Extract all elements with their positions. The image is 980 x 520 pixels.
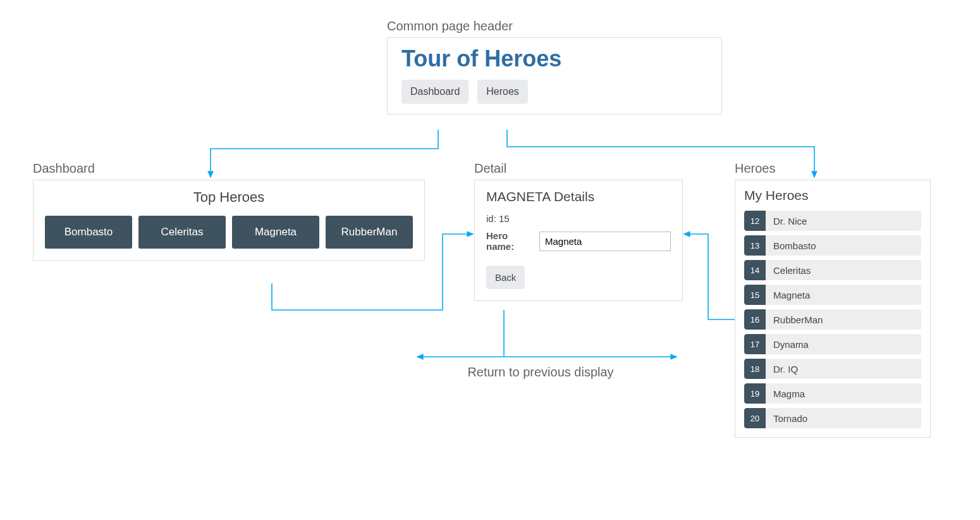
detail-id-label: id:	[486, 213, 496, 224]
nav-dashboard-button[interactable]: Dashboard	[401, 80, 469, 104]
app-title: Tour of Heroes	[401, 46, 710, 72]
hero-name: Dr. Nice	[766, 211, 921, 231]
header-section-label: Common page header	[387, 19, 722, 34]
hero-id-badge: 20	[744, 408, 766, 428]
nav-row: Dashboard Heroes	[401, 80, 710, 104]
hero-tile[interactable]: Magneta	[232, 216, 319, 249]
detail-name-label: Hero name:	[486, 230, 534, 252]
hero-id-badge: 19	[744, 383, 766, 404]
hero-name: Magneta	[766, 285, 921, 305]
hero-list-item[interactable]: 12Dr. Nice	[744, 211, 921, 231]
dashboard-section-label: Dashboard	[33, 161, 425, 176]
return-caption: Return to previous display	[420, 365, 661, 380]
hero-id-badge: 18	[744, 359, 766, 379]
dashboard-panel: Top Heroes Bombasto Celeritas Magneta Ru…	[33, 180, 425, 261]
detail-name-row: Hero name:	[486, 230, 671, 252]
dashboard-title: Top Heroes	[45, 189, 413, 206]
hero-tile[interactable]: RubberMan	[326, 216, 413, 249]
hero-list-item[interactable]: 20Tornado	[744, 408, 921, 428]
hero-list-item[interactable]: 18Dr. IQ	[744, 359, 921, 379]
hero-list-item[interactable]: 14Celeritas	[744, 260, 921, 280]
hero-list-item[interactable]: 15Magneta	[744, 285, 921, 305]
back-button[interactable]: Back	[486, 266, 525, 289]
hero-name: Magma	[766, 383, 921, 404]
hero-id-badge: 16	[744, 309, 766, 330]
hero-id-badge: 12	[744, 211, 766, 231]
detail-panel: MAGNETA Details id: 15 Hero name: Back	[474, 180, 683, 301]
detail-title: MAGNETA Details	[486, 189, 671, 204]
hero-tiles-row: Bombasto Celeritas Magneta RubberMan	[45, 216, 413, 249]
hero-name-input[interactable]	[539, 232, 671, 251]
header-panel: Tour of Heroes Dashboard Heroes	[387, 37, 722, 115]
detail-section-label: Detail	[474, 161, 683, 176]
hero-id-badge: 15	[744, 285, 766, 305]
heroes-section-label: Heroes	[735, 161, 931, 176]
detail-id-value: 15	[499, 213, 510, 224]
heroes-panel: My Heroes 12Dr. Nice13Bombasto14Celerita…	[735, 180, 931, 438]
detail-id-line: id: 15	[486, 213, 671, 224]
heroes-title: My Heroes	[744, 188, 921, 203]
hero-list-item[interactable]: 19Magma	[744, 383, 921, 404]
nav-heroes-button[interactable]: Heroes	[477, 80, 528, 104]
hero-tile[interactable]: Bombasto	[45, 216, 132, 249]
hero-tile[interactable]: Celeritas	[138, 216, 226, 249]
hero-id-badge: 14	[744, 260, 766, 280]
hero-name: Dynama	[766, 334, 921, 354]
hero-id-badge: 17	[744, 334, 766, 354]
hero-name: RubberMan	[766, 309, 921, 330]
hero-name: Bombasto	[766, 235, 921, 256]
hero-list-item[interactable]: 13Bombasto	[744, 235, 921, 256]
hero-list: 12Dr. Nice13Bombasto14Celeritas15Magneta…	[744, 211, 921, 428]
hero-name: Dr. IQ	[766, 359, 921, 379]
hero-name: Celeritas	[766, 260, 921, 280]
hero-id-badge: 13	[744, 235, 766, 256]
hero-list-item[interactable]: 16RubberMan	[744, 309, 921, 330]
hero-list-item[interactable]: 17Dynama	[744, 334, 921, 354]
hero-name: Tornado	[766, 408, 921, 428]
